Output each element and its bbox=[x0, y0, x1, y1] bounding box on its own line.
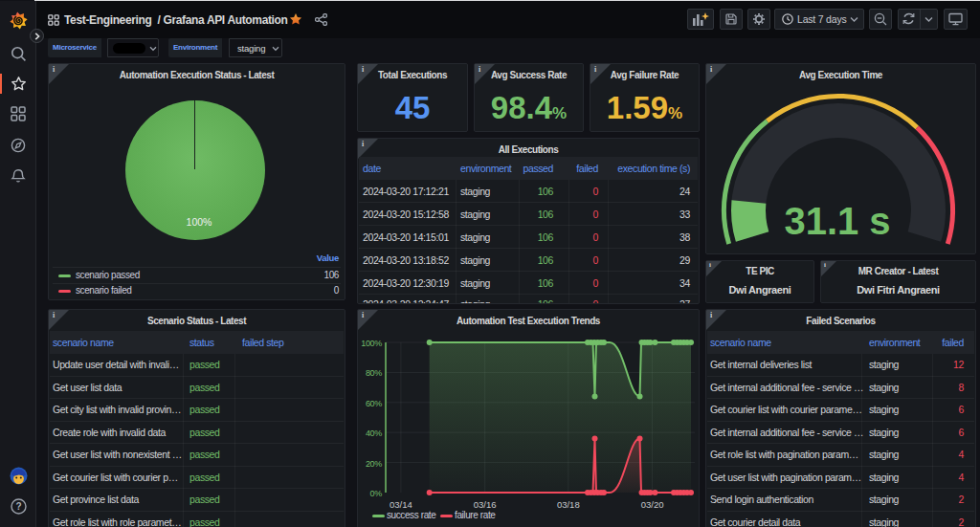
svg-text:40%: 40% bbox=[366, 428, 382, 438]
svg-text:0%: 0% bbox=[370, 489, 383, 498]
svg-text:80%: 80% bbox=[366, 368, 382, 378]
svg-text:?: ? bbox=[15, 501, 21, 512]
svg-text:20%: 20% bbox=[366, 459, 382, 469]
svg-text:100%: 100% bbox=[361, 339, 382, 348]
svg-text:60%: 60% bbox=[366, 399, 382, 408]
svg-text:31.1 s: 31.1 s bbox=[784, 200, 890, 242]
